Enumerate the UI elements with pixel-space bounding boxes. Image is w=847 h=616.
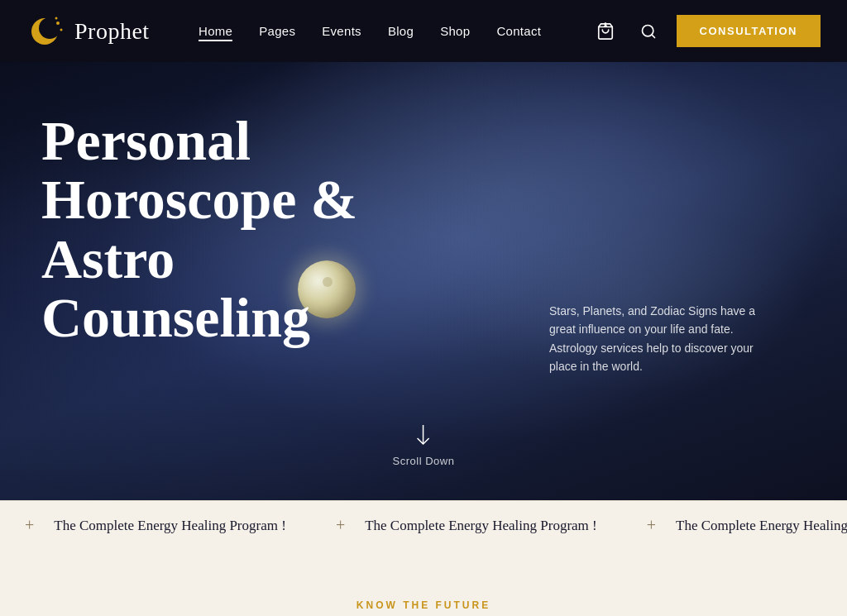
nav-item-contact[interactable]: Contact <box>496 24 541 39</box>
nav-right: 1 CONSULTATION <box>591 15 821 47</box>
hero-content: Personal Horoscope & Astro Counseling <box>0 62 847 348</box>
svg-text:1: 1 <box>604 22 606 27</box>
consultation-button[interactable]: CONSULTATION <box>677 15 821 47</box>
know-section: KNOW THE FUTURE What's Your Sign? Read Y… <box>0 550 847 616</box>
cart-icon: 1 <box>596 22 615 41</box>
svg-point-1 <box>39 17 60 39</box>
ticker-plus-2: + <box>336 516 345 535</box>
nav-item-events[interactable]: Events <box>322 24 361 39</box>
hero-title: Personal Horoscope & Astro Counseling <box>41 112 389 348</box>
ticker-item-1: + The Complete Energy Healing Program ! <box>0 516 311 535</box>
search-button[interactable] <box>634 17 663 46</box>
search-icon <box>640 23 657 40</box>
logo-icon <box>26 12 66 51</box>
svg-point-2 <box>56 21 60 25</box>
nav-item-blog[interactable]: Blog <box>388 24 414 39</box>
logo-area[interactable]: Prophet <box>26 12 150 51</box>
cart-button[interactable]: 1 <box>591 17 620 46</box>
nav-item-shop[interactable]: Shop <box>440 24 470 39</box>
ticker-plus-1: + <box>25 516 34 535</box>
ticker-text-1: The Complete Energy Healing Program ! <box>54 518 286 534</box>
nav-item-pages[interactable]: Pages <box>259 24 295 39</box>
svg-point-3 <box>60 28 63 31</box>
know-label: KNOW THE FUTURE <box>41 599 806 611</box>
ticker-text-3: The Complete Energy Healing Program ! <box>676 518 847 534</box>
ticker-inner: + The Complete Energy Healing Program ! … <box>0 516 847 535</box>
ticker-item-2: + The Complete Energy Healing Program ! <box>311 516 622 535</box>
scroll-down-button[interactable]: Scroll Down <box>393 425 455 467</box>
ticker-text-2: The Complete Energy Healing Program ! <box>365 518 597 534</box>
svg-line-8 <box>651 34 654 37</box>
svg-point-4 <box>55 17 58 19</box>
scroll-down-label: Scroll Down <box>393 455 455 467</box>
scroll-down-arrow <box>415 425 432 448</box>
navbar: Prophet Home Pages Events Blog Shop Cont… <box>0 0 847 62</box>
ticker-plus-3: + <box>647 516 656 535</box>
ticker-band: + The Complete Energy Healing Program ! … <box>0 500 847 550</box>
nav-item-home[interactable]: Home <box>199 24 232 39</box>
brand-name: Prophet <box>74 18 150 45</box>
nav-links: Home Pages Events Blog Shop Contact <box>199 24 541 39</box>
hero-section: Personal Horoscope & Astro Counseling St… <box>0 62 847 500</box>
ticker-item-3: + The Complete Energy Healing Program ! <box>622 516 847 535</box>
